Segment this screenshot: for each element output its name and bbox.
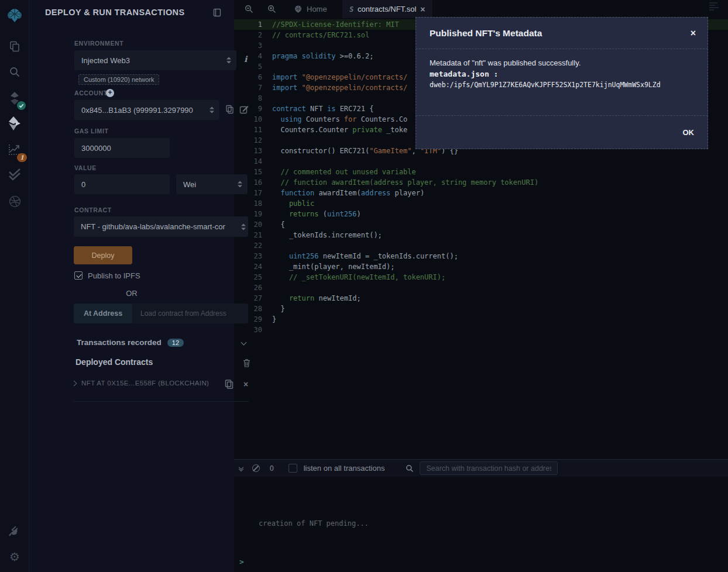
modal-ok-button[interactable]: OK <box>683 128 695 137</box>
select-arrows-icon <box>241 223 246 230</box>
line-number: 6 <box>234 72 272 82</box>
plugin-swirl-icon[interactable] <box>0 194 29 209</box>
line-number: 22 <box>234 240 272 251</box>
search-icon[interactable] <box>0 64 29 80</box>
value-input[interactable] <box>74 174 170 194</box>
line-number: 13 <box>234 146 272 156</box>
environment-value: Injected Web3 <box>81 56 130 65</box>
static-analysis-icon[interactable]: 1 <box>0 141 29 157</box>
close-tab-icon[interactable]: × <box>420 5 425 13</box>
deployed-contract-label: NFT AT 0X15E...E558F (BLOCKCHAIN) <box>81 380 209 387</box>
copy-account-icon[interactable] <box>225 105 234 114</box>
code-line[interactable]: 20 { <box>234 219 728 230</box>
clear-console-icon[interactable] <box>252 464 260 472</box>
contract-label: CONTRACT <box>74 206 112 213</box>
code-line[interactable]: 28 } <box>234 304 728 314</box>
edit-account-icon[interactable] <box>239 105 249 114</box>
deploy-button[interactable]: Deploy <box>74 246 132 264</box>
line-number: 4 <box>234 51 272 61</box>
compile-success-badge <box>17 101 26 110</box>
code-line[interactable]: 16 // function awardItem(address player,… <box>234 177 728 188</box>
code-line[interactable]: 24 _mint(player, newItemId); <box>234 261 728 272</box>
divider <box>73 401 249 402</box>
deployed-contract-item[interactable]: NFT AT 0X15E...E558F (BLOCKCHAIN) <box>72 380 209 387</box>
line-number: 1 <box>234 19 272 30</box>
line-number: 26 <box>234 282 272 293</box>
code-line[interactable]: 19 returns (uint256) <box>234 209 728 219</box>
transactions-count-badge: 12 <box>167 339 184 347</box>
modal-close-icon[interactable]: × <box>691 29 696 38</box>
modal-footer: OK <box>416 116 708 149</box>
code-line[interactable]: 23 uint256 newItemId = _tokenIds.current… <box>234 251 728 261</box>
line-number: 25 <box>234 272 272 282</box>
line-number: 12 <box>234 135 272 146</box>
code-line[interactable]: 17 function awardItem(address player) <box>234 188 728 198</box>
line-number: 3 <box>234 40 272 51</box>
code-line[interactable]: 21 _tokenIds.increment(); <box>234 230 728 240</box>
remove-contract-icon[interactable]: × <box>243 380 248 388</box>
modal-body: Metadata of "nft" was published successf… <box>416 49 708 116</box>
expand-terminal-icon[interactable] <box>239 466 243 471</box>
gas-limit-input[interactable] <box>74 138 170 158</box>
modal-message: Metadata of "nft" was published successf… <box>430 58 694 67</box>
at-address-input[interactable] <box>132 304 248 323</box>
line-number: 11 <box>234 125 272 135</box>
tab-nft-sol[interactable]: S contracts/NFT.sol × <box>342 0 432 18</box>
deploy-run-icon[interactable] <box>0 115 29 132</box>
at-address-group: At Address <box>74 304 248 323</box>
listen-transactions-checkbox[interactable] <box>289 464 297 473</box>
solidity-compiler-icon[interactable] <box>0 90 29 106</box>
minimap <box>709 2 720 12</box>
tab-home-label: Home <box>307 5 327 13</box>
modal-header: Published NFT's Metadata × <box>416 18 708 49</box>
clear-deployed-trash-icon[interactable] <box>243 359 250 367</box>
terminal-toolbar: 0 listen on all transactions <box>234 459 728 477</box>
select-arrows-icon <box>210 107 214 113</box>
tab-nft-sol-label: contracts/NFT.sol <box>358 5 416 13</box>
code-line[interactable]: 26 <box>234 282 728 293</box>
code-line[interactable]: 25 // _setTokenURI(newItemId, tokenURI); <box>234 272 728 282</box>
terminal-search-input[interactable] <box>420 461 558 475</box>
line-number: 5 <box>234 61 272 72</box>
activity-bar: 1 ⚙ <box>0 0 29 572</box>
tab-home[interactable]: Home <box>287 0 334 18</box>
environment-label: ENVIRONMENT <box>74 40 123 47</box>
value-unit-select[interactable]: Wei <box>176 174 248 194</box>
code-line[interactable]: 15 // commented out unused variable <box>234 167 728 177</box>
value-label: VALUE <box>74 164 97 171</box>
file-explorer-icon[interactable] <box>0 39 29 54</box>
code-line[interactable]: 22 <box>234 240 728 251</box>
at-address-button[interactable]: At Address <box>74 304 132 323</box>
or-divider: OR <box>29 289 234 298</box>
listen-transactions-label: listen on all transactions <box>304 464 385 473</box>
documentation-book-icon[interactable] <box>213 8 221 17</box>
unit-testing-icon[interactable] <box>0 167 29 182</box>
environment-select[interactable]: Injected Web3 <box>74 50 236 70</box>
code-line[interactable]: 29} <box>234 314 728 325</box>
remix-logo <box>0 6 29 25</box>
settings-gear-icon[interactable]: ⚙ <box>0 549 29 564</box>
select-arrows-icon <box>238 181 242 188</box>
code-line[interactable]: 14 <box>234 156 728 167</box>
transactions-recorded-row[interactable]: Transactions recorded 12 <box>77 338 184 347</box>
deploy-run-panel: DEPLOY & RUN TRANSACTIONS ENVIRONMENT In… <box>29 0 234 572</box>
account-select[interactable]: 0x845...B1aB3 (999991.3297990 <box>74 100 219 120</box>
environment-info-icon[interactable]: i <box>244 54 247 64</box>
panel-title: DEPLOY & RUN TRANSACTIONS <box>45 8 185 17</box>
publish-ipfs-checkbox[interactable] <box>74 271 83 280</box>
terminal-search-icon <box>406 464 414 473</box>
zoom-out-icon[interactable] <box>241 2 257 16</box>
analysis-count-badge: 1 <box>17 153 27 162</box>
add-account-icon[interactable]: + <box>106 89 114 97</box>
code-line[interactable]: 30 <box>234 325 728 335</box>
code-line[interactable]: 27 return newItemId; <box>234 293 728 304</box>
terminal-prompt[interactable]: > <box>239 557 244 566</box>
plugin-manager-icon[interactable] <box>0 523 29 539</box>
line-number: 2 <box>234 30 272 40</box>
deployed-contracts-header: Deployed Contracts <box>75 357 153 367</box>
pending-tx-count: 0 <box>270 464 274 473</box>
code-line[interactable]: 18 public <box>234 198 728 209</box>
contract-select[interactable]: NFT - github/ava-labs/avalanche-smart-co… <box>74 216 248 237</box>
zoom-in-icon[interactable] <box>264 2 280 16</box>
copy-contract-icon[interactable] <box>224 379 234 390</box>
